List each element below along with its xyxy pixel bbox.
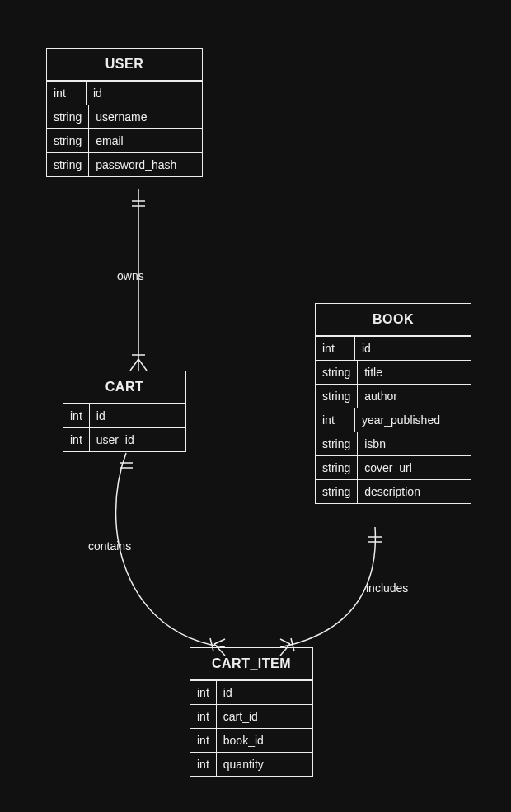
table-row: int id — [190, 680, 312, 704]
table-row: string isbn — [316, 432, 471, 455]
table-row: string title — [316, 360, 471, 384]
table-row: string password_hash — [47, 152, 202, 176]
table-row: int cart_id — [190, 704, 312, 728]
entity-cart-item: CART_ITEM int id int cart_id int book_id… — [190, 647, 313, 777]
table-row: int id — [63, 404, 185, 427]
table-row: string author — [316, 384, 471, 408]
svg-line-4 — [130, 359, 138, 371]
rel-label-includes: includes — [364, 581, 410, 595]
entity-book: BOOK int id string title string author i… — [315, 303, 471, 504]
table-row: string username — [47, 105, 202, 128]
table-row: int year_published — [316, 408, 471, 432]
entity-book-title: BOOK — [316, 304, 471, 336]
table-row: string email — [47, 128, 202, 152]
table-row: int book_id — [190, 728, 312, 752]
entity-cart-title: CART — [63, 371, 185, 404]
entity-user-title: USER — [47, 49, 202, 81]
entity-cart: CART int id int user_id — [63, 371, 186, 452]
entity-cart-item-title: CART_ITEM — [190, 648, 312, 680]
rel-label-contains: contains — [87, 539, 133, 553]
table-row: int quantity — [190, 752, 312, 776]
svg-line-9 — [214, 639, 225, 644]
svg-line-5 — [138, 359, 147, 371]
table-row: int id — [47, 81, 202, 105]
svg-line-14 — [280, 639, 290, 644]
table-row: int user_id — [63, 427, 185, 451]
entity-user: USER int id string username string email… — [46, 48, 203, 177]
rel-label-owns: owns — [115, 269, 146, 282]
table-row: string description — [316, 479, 471, 503]
table-row: string cover_url — [316, 455, 471, 479]
table-row: int id — [316, 336, 471, 360]
